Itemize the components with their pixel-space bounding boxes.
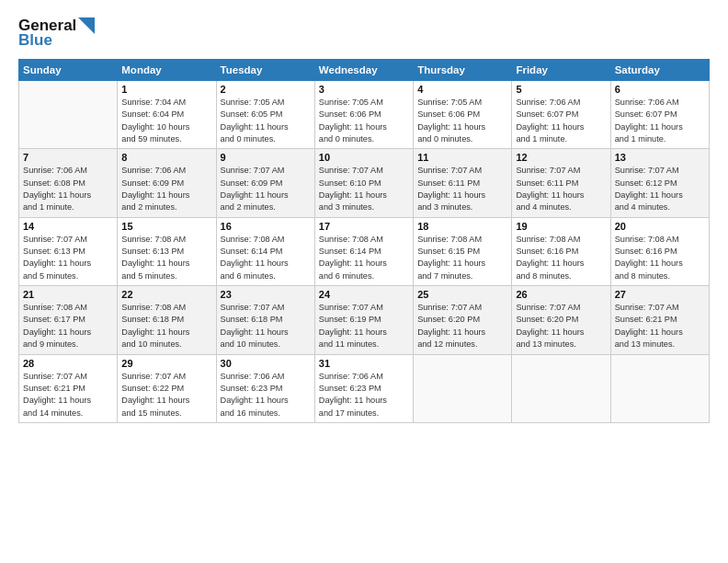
day-cell: 6Sunrise: 7:06 AM Sunset: 6:07 PM Daylig…: [610, 81, 709, 149]
day-cell: 13Sunrise: 7:07 AM Sunset: 6:12 PM Dayli…: [610, 149, 709, 217]
calendar-table: SundayMondayTuesdayWednesdayThursdayFrid…: [18, 59, 710, 423]
day-number: 7: [23, 152, 113, 163]
day-info: Sunrise: 7:08 AM Sunset: 6:16 PM Dayligh…: [516, 234, 606, 282]
day-info: Sunrise: 7:08 AM Sunset: 6:17 PM Dayligh…: [23, 302, 113, 350]
day-info: Sunrise: 7:06 AM Sunset: 6:08 PM Dayligh…: [23, 165, 113, 213]
day-number: 5: [516, 84, 606, 95]
day-cell: 16Sunrise: 7:08 AM Sunset: 6:14 PM Dayli…: [216, 217, 314, 285]
day-info: Sunrise: 7:08 AM Sunset: 6:14 PM Dayligh…: [319, 234, 409, 282]
day-cell: 21Sunrise: 7:08 AM Sunset: 6:17 PM Dayli…: [19, 286, 118, 354]
col-header-monday: Monday: [118, 60, 216, 81]
day-cell: 19Sunrise: 7:08 AM Sunset: 6:16 PM Dayli…: [512, 217, 610, 285]
day-cell: 22Sunrise: 7:08 AM Sunset: 6:18 PM Dayli…: [118, 286, 216, 354]
day-cell: 28Sunrise: 7:07 AM Sunset: 6:21 PM Dayli…: [19, 354, 118, 422]
day-number: 17: [319, 221, 409, 232]
day-number: 24: [319, 289, 409, 300]
day-cell: 26Sunrise: 7:07 AM Sunset: 6:20 PM Dayli…: [512, 286, 610, 354]
day-number: 25: [417, 289, 507, 300]
day-info: Sunrise: 7:08 AM Sunset: 6:16 PM Dayligh…: [615, 234, 705, 282]
day-number: 1: [121, 84, 211, 95]
day-cell: 24Sunrise: 7:07 AM Sunset: 6:19 PM Dayli…: [314, 286, 413, 354]
day-cell: 10Sunrise: 7:07 AM Sunset: 6:10 PM Dayli…: [314, 149, 413, 217]
day-cell: 12Sunrise: 7:07 AM Sunset: 6:11 PM Dayli…: [512, 149, 610, 217]
day-info: Sunrise: 7:07 AM Sunset: 6:18 PM Dayligh…: [221, 302, 311, 350]
col-header-thursday: Thursday: [414, 60, 512, 81]
week-row-1: 1Sunrise: 7:04 AM Sunset: 6:04 PM Daylig…: [19, 81, 710, 149]
day-number: 13: [615, 152, 705, 163]
day-cell: 4Sunrise: 7:05 AM Sunset: 6:06 PM Daylig…: [414, 81, 512, 149]
col-header-tuesday: Tuesday: [216, 60, 314, 81]
day-info: Sunrise: 7:06 AM Sunset: 6:09 PM Dayligh…: [121, 165, 211, 213]
day-cell: [19, 81, 118, 149]
day-cell: 8Sunrise: 7:06 AM Sunset: 6:09 PM Daylig…: [118, 149, 216, 217]
day-info: Sunrise: 7:08 AM Sunset: 6:13 PM Dayligh…: [121, 234, 211, 282]
day-number: 16: [221, 221, 311, 232]
logo: General Blue: [18, 17, 95, 50]
day-cell: 15Sunrise: 7:08 AM Sunset: 6:13 PM Dayli…: [118, 217, 216, 285]
day-cell: 25Sunrise: 7:07 AM Sunset: 6:20 PM Dayli…: [414, 286, 512, 354]
day-cell: [512, 354, 610, 422]
day-cell: [414, 354, 512, 422]
week-row-4: 21Sunrise: 7:08 AM Sunset: 6:17 PM Dayli…: [19, 286, 710, 354]
day-cell: 7Sunrise: 7:06 AM Sunset: 6:08 PM Daylig…: [19, 149, 118, 217]
day-info: Sunrise: 7:07 AM Sunset: 6:21 PM Dayligh…: [23, 371, 113, 419]
day-cell: 9Sunrise: 7:07 AM Sunset: 6:09 PM Daylig…: [216, 149, 314, 217]
day-cell: 5Sunrise: 7:06 AM Sunset: 6:07 PM Daylig…: [512, 81, 610, 149]
day-info: Sunrise: 7:07 AM Sunset: 6:20 PM Dayligh…: [516, 302, 606, 350]
header: General Blue: [18, 17, 710, 50]
day-number: 31: [319, 358, 409, 369]
logo-text-blue: Blue: [18, 31, 52, 50]
day-info: Sunrise: 7:05 AM Sunset: 6:06 PM Dayligh…: [417, 97, 507, 145]
week-row-5: 28Sunrise: 7:07 AM Sunset: 6:21 PM Dayli…: [19, 354, 710, 422]
day-number: 18: [417, 221, 507, 232]
day-info: Sunrise: 7:06 AM Sunset: 6:23 PM Dayligh…: [319, 371, 409, 419]
day-number: 3: [319, 84, 409, 95]
day-number: 19: [516, 221, 606, 232]
day-cell: 29Sunrise: 7:07 AM Sunset: 6:22 PM Dayli…: [118, 354, 216, 422]
day-number: 10: [319, 152, 409, 163]
day-cell: 3Sunrise: 7:05 AM Sunset: 6:06 PM Daylig…: [314, 81, 413, 149]
day-info: Sunrise: 7:06 AM Sunset: 6:07 PM Dayligh…: [516, 97, 606, 145]
day-cell: 23Sunrise: 7:07 AM Sunset: 6:18 PM Dayli…: [216, 286, 314, 354]
day-cell: 20Sunrise: 7:08 AM Sunset: 6:16 PM Dayli…: [610, 217, 709, 285]
day-info: Sunrise: 7:06 AM Sunset: 6:23 PM Dayligh…: [221, 371, 311, 419]
day-number: 6: [615, 84, 705, 95]
day-info: Sunrise: 7:07 AM Sunset: 6:09 PM Dayligh…: [221, 165, 311, 213]
day-info: Sunrise: 7:05 AM Sunset: 6:06 PM Dayligh…: [319, 97, 409, 145]
day-number: 15: [121, 221, 211, 232]
day-cell: 11Sunrise: 7:07 AM Sunset: 6:11 PM Dayli…: [414, 149, 512, 217]
day-number: 21: [23, 289, 113, 300]
day-info: Sunrise: 7:07 AM Sunset: 6:13 PM Dayligh…: [23, 234, 113, 282]
day-cell: [610, 354, 709, 422]
day-info: Sunrise: 7:07 AM Sunset: 6:21 PM Dayligh…: [615, 302, 705, 350]
page: General Blue SundayMondayTuesdayWednesda…: [0, 0, 728, 563]
day-number: 14: [23, 221, 113, 232]
header-row: SundayMondayTuesdayWednesdayThursdayFrid…: [19, 60, 710, 81]
day-number: 28: [23, 358, 113, 369]
day-cell: 2Sunrise: 7:05 AM Sunset: 6:05 PM Daylig…: [216, 81, 314, 149]
day-info: Sunrise: 7:07 AM Sunset: 6:12 PM Dayligh…: [615, 165, 705, 213]
day-info: Sunrise: 7:07 AM Sunset: 6:22 PM Dayligh…: [121, 371, 211, 419]
day-info: Sunrise: 7:08 AM Sunset: 6:15 PM Dayligh…: [417, 234, 507, 282]
col-header-wednesday: Wednesday: [314, 60, 413, 81]
day-info: Sunrise: 7:07 AM Sunset: 6:20 PM Dayligh…: [417, 302, 507, 350]
day-number: 4: [417, 84, 507, 95]
day-number: 29: [121, 358, 211, 369]
week-row-3: 14Sunrise: 7:07 AM Sunset: 6:13 PM Dayli…: [19, 217, 710, 285]
day-number: 22: [121, 289, 211, 300]
logo-arrow-icon: [78, 17, 95, 34]
day-number: 26: [516, 289, 606, 300]
col-header-sunday: Sunday: [19, 60, 118, 81]
col-header-friday: Friday: [512, 60, 610, 81]
day-cell: 18Sunrise: 7:08 AM Sunset: 6:15 PM Dayli…: [414, 217, 512, 285]
day-info: Sunrise: 7:07 AM Sunset: 6:10 PM Dayligh…: [319, 165, 409, 213]
day-cell: 27Sunrise: 7:07 AM Sunset: 6:21 PM Dayli…: [610, 286, 709, 354]
day-number: 11: [417, 152, 507, 163]
day-info: Sunrise: 7:06 AM Sunset: 6:07 PM Dayligh…: [615, 97, 705, 145]
day-info: Sunrise: 7:08 AM Sunset: 6:14 PM Dayligh…: [221, 234, 311, 282]
day-number: 20: [615, 221, 705, 232]
svg-marker-0: [78, 17, 95, 34]
logo-brand: General Blue: [18, 17, 95, 50]
day-number: 8: [121, 152, 211, 163]
day-info: Sunrise: 7:04 AM Sunset: 6:04 PM Dayligh…: [121, 97, 211, 145]
